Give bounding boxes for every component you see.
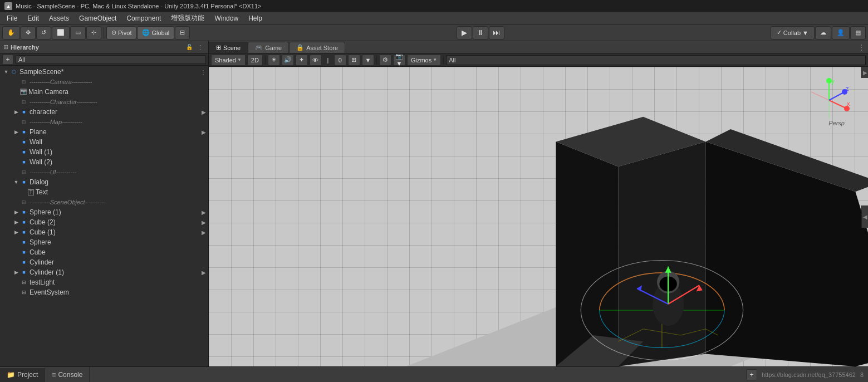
hierarchy-item-sphere1[interactable]: ▶ ■ Sphere (1) ▶ (0, 207, 208, 217)
hierarchy-item-plane[interactable]: ▶ ■ Plane ▶ (0, 127, 208, 137)
hand-tool-button[interactable]: ✋ (2, 26, 20, 40)
hierarchy-item-testlight[interactable]: ⊟ testLight (0, 277, 208, 287)
shaded-button[interactable]: Shaded ▼ (211, 55, 246, 66)
menu-component[interactable]: Component (122, 13, 165, 23)
wall-left-face (556, 142, 618, 367)
tab-console[interactable]: ≡ Console (45, 367, 90, 382)
menu-window[interactable]: Window (210, 13, 243, 23)
sphere1-more[interactable]: ▶ (202, 209, 206, 216)
vis-count[interactable]: 0 (334, 55, 346, 66)
hierarchy-item-wall2[interactable]: ■ Wall (2) (0, 157, 208, 167)
hierarchy-item-eventsystem[interactable]: ⊟ EventSystem (0, 287, 208, 297)
project-tab-label: Project (17, 371, 38, 379)
character-more[interactable]: ▶ (202, 109, 206, 115)
move-tool-button[interactable]: ✥ (21, 26, 36, 40)
rotate-tool-button[interactable]: ↺ (36, 26, 51, 40)
tab-project[interactable]: 📁 Project (0, 367, 45, 382)
cylinder-icon: ■ (20, 258, 28, 266)
tab-scene[interactable]: ⊞ Scene (209, 42, 248, 53)
cloud-button[interactable]: ☁ (815, 26, 831, 40)
cube-icon: ■ (20, 248, 28, 256)
rect-tool-button[interactable]: ▭ (70, 26, 86, 40)
global-label: Global (151, 30, 169, 36)
camera-dropdown[interactable]: 📷▼ (393, 55, 405, 66)
play-button[interactable]: ▶ (457, 26, 472, 40)
hierarchy-lock-button[interactable]: 🔓 (185, 43, 194, 52)
hierarchy-item-cube[interactable]: ■ Cube (0, 247, 208, 257)
hierarchy-item-wall[interactable]: ■ Wall (0, 137, 208, 147)
shaded-arrow: ▼ (237, 57, 242, 62)
grid-arrow[interactable]: ▼ (362, 55, 374, 66)
samplescene-more[interactable]: ⋮ (200, 69, 206, 75)
hierarchy-item-main-camera[interactable]: 📷 Main Camera (0, 87, 208, 97)
right-top-handle[interactable]: ▶ (861, 67, 868, 78)
pivot-button[interactable]: ⊙ Pivot (106, 26, 136, 40)
custom-tool-button[interactable]: ⊟ (175, 26, 190, 40)
tab-asset-store[interactable]: 🔒 Asset Store (289, 42, 345, 53)
hierarchy-add-button[interactable]: + (2, 55, 13, 65)
eventsystem-icon: ⊟ (20, 288, 28, 296)
hierarchy-item-dialog[interactable]: ▼ ■ Dialog (0, 177, 208, 187)
hierarchy-item-cylinder1[interactable]: ▶ ■ Cylinder (1) ▶ (0, 267, 208, 277)
scene-tabs: ⊞ Scene 🎮 Game 🔒 Asset Store ⋮ (209, 41, 868, 53)
right-collapse-handle[interactable]: ◀ (861, 205, 868, 228)
title-text: Music - SampleScene - PC, Mac & Linux St… (16, 3, 261, 9)
svg-line-3 (829, 100, 847, 109)
hierarchy-search-input[interactable] (16, 55, 206, 64)
hierarchy-item-cube1[interactable]: ▶ ■ Cube (1) ▶ (0, 227, 208, 237)
hierarchy-item-samplescene[interactable]: ▼ ⬡ SampleScene* ⋮ (0, 67, 208, 77)
hierarchy-item-wall1[interactable]: ■ Wall (1) (0, 147, 208, 157)
samplescene-label: SampleScene* (19, 68, 63, 76)
transform-tool-button[interactable]: ⊹ (86, 26, 101, 40)
hierarchy-item-sphere[interactable]: ■ Sphere (0, 237, 208, 247)
collab-button[interactable]: ✓ Collab ▼ (771, 26, 815, 40)
menu-file[interactable]: File (2, 13, 22, 23)
bottom-add-button[interactable]: + (746, 369, 757, 380)
fx-button[interactable]: ✦ (296, 55, 308, 66)
cube2-more[interactable]: ▶ (202, 219, 206, 226)
pause-button[interactable]: ⏸ (473, 26, 488, 40)
menu-gameobject[interactable]: GameObject (75, 13, 121, 23)
menu-edit[interactable]: Edit (23, 13, 43, 23)
app-icon: ▲ (4, 2, 12, 10)
scene-icon: ⬡ (10, 68, 18, 76)
shaded-label: Shaded (215, 57, 236, 63)
character-cube-icon: ■ (20, 108, 28, 116)
global-button[interactable]: 🌐 Global (137, 26, 174, 40)
audio-button[interactable]: 🔊 (282, 55, 294, 66)
scene-tabs-more[interactable]: ⋮ (855, 42, 868, 53)
hierarchy-item-character[interactable]: ▶ ■ character ▶ (0, 107, 208, 117)
twod-button[interactable]: 2D (247, 55, 263, 66)
hierarchy-more-button[interactable]: ⋮ (196, 43, 205, 52)
grid-button[interactable]: ⊞ (348, 55, 360, 66)
ui-separator-label: ----------UI---------- (30, 169, 76, 175)
svg-text:y: y (831, 78, 835, 85)
menu-help[interactable]: Help (244, 13, 267, 23)
scene-viewport[interactable]: y x z Persp ◀ ▶ (209, 67, 868, 366)
lighting-button[interactable]: ☀ (268, 55, 280, 66)
wall-label: Wall (30, 138, 42, 146)
gizmos-button[interactable]: Gizmos ▼ (407, 55, 441, 66)
scale-tool-button[interactable]: ⬜ (52, 26, 70, 40)
hierarchy-item-map-sep: ⊟ ----------Map---------- (0, 117, 208, 127)
tab-game[interactable]: 🎮 Game (248, 42, 289, 53)
play-controls: ▶ ⏸ ⏭ (457, 26, 504, 40)
menu-enhanced[interactable]: 增强版功能 (166, 12, 209, 24)
menu-assets[interactable]: Assets (45, 13, 73, 23)
hierarchy-item-cube2[interactable]: ▶ ■ Cube (2) ▶ (0, 217, 208, 227)
cylinder1-more[interactable]: ▶ (202, 270, 206, 276)
hierarchy-item-text[interactable]: T Text (0, 187, 208, 197)
vis-count-label: 0 (339, 57, 342, 63)
step-button[interactable]: ⏭ (489, 26, 504, 40)
dialog-label: Dialog (30, 178, 48, 186)
account-button[interactable]: 👤 (832, 26, 850, 40)
cube1-more[interactable]: ▶ (202, 229, 206, 236)
visibility-button[interactable]: 👁 (310, 55, 322, 66)
scene-options-button[interactable]: ⚙ (379, 55, 391, 66)
scene-search-input[interactable] (446, 55, 866, 65)
game-tab-icon: 🎮 (255, 44, 263, 51)
hierarchy-item-cylinder[interactable]: ■ Cylinder (0, 257, 208, 267)
plane-more[interactable]: ▶ (202, 129, 206, 135)
layers-button[interactable]: ▤ (850, 26, 866, 40)
dialog-icon: ■ (20, 178, 28, 186)
